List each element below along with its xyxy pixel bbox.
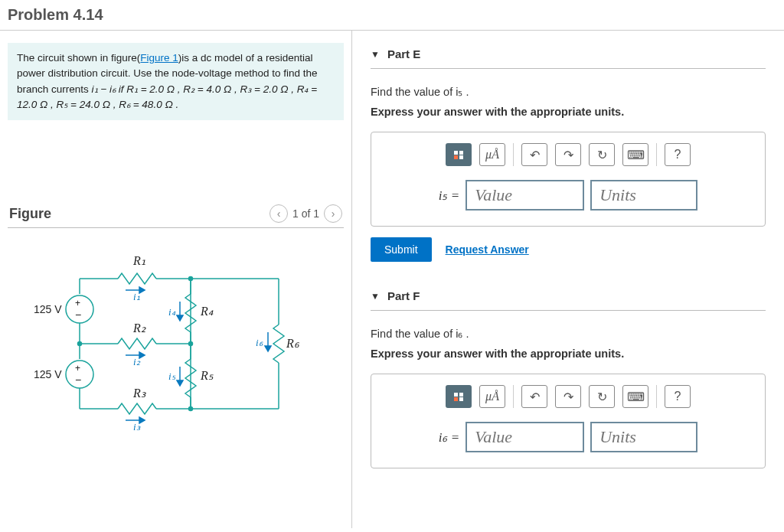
current-range: i₁ − i₆ (92, 83, 116, 95)
help-icon[interactable]: ? (665, 385, 691, 408)
figure-counter: 1 of 1 (292, 207, 319, 220)
figure-divider (8, 227, 344, 228)
svg-text:125 V: 125 V (34, 303, 62, 315)
svg-text:i₅: i₅ (168, 370, 176, 382)
part-e-prompt: Find the value of i₅ . (371, 86, 766, 98)
tool-sep (656, 385, 657, 408)
svg-text:i₃: i₃ (133, 421, 141, 432)
svg-text:R₁: R₁ (132, 254, 145, 267)
svg-text:R₅: R₅ (200, 369, 214, 382)
part-e-input-row: i₅ = (384, 180, 753, 211)
help-icon[interactable]: ? (665, 143, 691, 166)
units-helper-button[interactable]: μÅ (479, 385, 505, 408)
left-column: The circuit shown in figure(Figure 1)is … (0, 31, 352, 528)
part-f-divider (371, 310, 766, 311)
tool-sep (656, 143, 657, 166)
part-e-toolbar: μÅ ↶ ↷ ↻ ⌨ ? (384, 143, 753, 166)
svg-marker-26 (139, 287, 145, 293)
svg-text:−: − (75, 374, 81, 386)
part-f-eq-label: i₆ = (439, 429, 459, 446)
svg-point-22 (189, 342, 193, 346)
svg-text:R₂: R₂ (132, 321, 146, 335)
part-e-divider (371, 68, 766, 69)
svg-text:R₄: R₄ (200, 305, 214, 318)
svg-text:R₃: R₃ (132, 387, 146, 400)
svg-text:i₄: i₄ (168, 306, 176, 318)
svg-point-23 (189, 407, 193, 411)
content-area: The circuit shown in figure(Figure 1)is … (0, 31, 784, 528)
part-e-eq-label: i₅ = (439, 188, 459, 204)
right-column: ▼ Part E Find the value of i₅ . Express … (352, 31, 784, 528)
svg-text:i₂: i₂ (133, 356, 141, 367)
svg-text:R₆: R₆ (286, 337, 300, 350)
part-f-input-row: i₆ = (384, 422, 753, 452)
part-e-actions: Submit Request Answer (371, 237, 766, 262)
part-f-answer-box: μÅ ↶ ↷ ↻ ⌨ ? i₆ = (371, 374, 766, 468)
next-figure-button[interactable]: › (324, 204, 342, 223)
units-helper-button[interactable]: μÅ (479, 143, 505, 166)
figure-link[interactable]: Figure 1 (140, 52, 178, 64)
part-e-request-answer-link[interactable]: Request Answer (446, 243, 529, 256)
svg-marker-32 (177, 315, 183, 321)
reset-icon[interactable]: ↻ (589, 385, 615, 408)
reset-icon[interactable]: ↻ (589, 143, 615, 166)
svg-text:i₁: i₁ (133, 291, 140, 302)
svg-point-24 (78, 342, 82, 346)
figure-header: Figure ‹ 1 of 1 › (8, 204, 344, 223)
redo-icon[interactable]: ↷ (555, 385, 581, 408)
tool-sep (513, 143, 514, 166)
figure-heading: Figure (9, 206, 51, 222)
part-e-title: Part E (387, 47, 420, 60)
undo-icon[interactable]: ↶ (521, 385, 547, 408)
part-e-submit-button[interactable]: Submit (371, 237, 432, 262)
part-f-units-input[interactable] (590, 422, 697, 452)
collapse-icon: ▼ (371, 49, 380, 60)
part-f-prompt: Find the value of i₆ . (371, 328, 766, 340)
part-f-value-input[interactable] (466, 422, 584, 452)
part-e-header[interactable]: ▼ Part E (371, 43, 766, 68)
svg-point-21 (189, 277, 193, 281)
keyboard-icon[interactable]: ⌨ (622, 143, 648, 166)
part-e-value-input[interactable] (466, 180, 584, 211)
svg-marker-30 (139, 417, 145, 423)
redo-icon[interactable]: ↷ (555, 143, 581, 166)
svg-marker-36 (265, 346, 271, 351)
part-f-toolbar: μÅ ↶ ↷ ↻ ⌨ ? (384, 385, 753, 408)
svg-marker-34 (177, 380, 183, 386)
page-title: Problem 4.14 (0, 0, 784, 31)
svg-marker-28 (139, 352, 145, 358)
part-f-header[interactable]: ▼ Part F (371, 285, 766, 310)
part-e-units-input[interactable] (590, 180, 697, 211)
collapse-icon: ▼ (371, 291, 380, 302)
template-picker-icon[interactable] (446, 385, 472, 408)
keyboard-icon[interactable]: ⌨ (622, 385, 648, 408)
tool-sep (513, 385, 514, 408)
problem-statement: The circuit shown in figure(Figure 1)is … (8, 43, 344, 120)
template-picker-icon[interactable] (446, 143, 472, 166)
undo-icon[interactable]: ↶ (521, 143, 547, 166)
circuit-diagram: R₁ R₂ R₃ R₄ R₅ R₆ i₁ i₂ i₃ i₄ i₅ i₆ 125 … (8, 240, 344, 449)
svg-text:−: − (75, 308, 81, 321)
part-e-instructions: Express your answer with the appropriate… (371, 106, 766, 118)
svg-text:i₆: i₆ (256, 337, 263, 348)
prev-figure-button[interactable]: ‹ (270, 204, 288, 223)
part-f-instructions: Express your answer with the appropriate… (371, 348, 766, 360)
part-e-answer-box: μÅ ↶ ↷ ↻ ⌨ ? i₅ = (371, 132, 766, 227)
problem-pretext: The circuit shown in figure( (17, 52, 140, 64)
part-f-title: Part F (387, 289, 420, 302)
svg-text:+: + (75, 363, 80, 374)
circuit-svg: R₁ R₂ R₃ R₄ R₅ R₆ i₁ i₂ i₃ i₄ i₅ i₆ 125 … (26, 248, 317, 447)
svg-text:125 V: 125 V (34, 368, 62, 380)
svg-text:+: + (75, 298, 80, 308)
figure-nav: ‹ 1 of 1 › (270, 204, 342, 223)
